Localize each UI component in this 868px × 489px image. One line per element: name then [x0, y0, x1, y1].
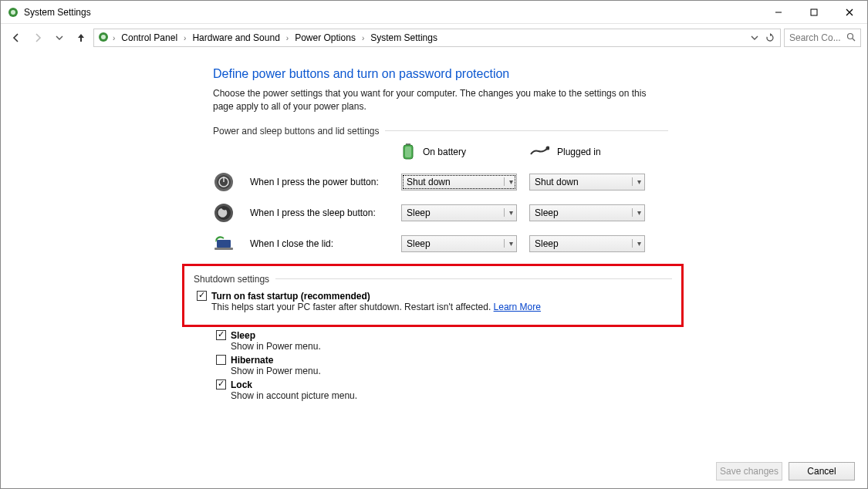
- lock-checkbox[interactable]: [216, 379, 226, 390]
- chevron-down-icon: ▾: [632, 177, 641, 186]
- svg-rect-20: [217, 240, 231, 248]
- power-button-plugged-select[interactable]: Shut down ▾: [529, 174, 645, 191]
- svg-rect-12: [405, 147, 411, 157]
- chevron-down-icon: ▾: [632, 208, 641, 217]
- lock-desc: Show in account picture menu.: [231, 390, 668, 401]
- address-bar[interactable]: › Control Panel › Hardware and Sound › P…: [93, 29, 781, 47]
- sleep-button-row: When I press the sleep button: Sleep ▾ S…: [213, 202, 668, 224]
- content-area: Define power buttons and turn on passwor…: [1, 52, 867, 454]
- svg-rect-3: [811, 9, 817, 15]
- back-button[interactable]: [7, 29, 25, 47]
- footer: Save changes Cancel: [1, 454, 867, 488]
- laptop-icon: [213, 233, 235, 255]
- search-input[interactable]: Search Co...: [784, 29, 861, 47]
- column-label-plugged: Plugged in: [557, 147, 601, 157]
- power-icon: [213, 171, 235, 193]
- power-button-row: When I press the power button: Shut down…: [213, 171, 668, 193]
- search-placeholder: Search Co...: [789, 32, 841, 43]
- search-icon: [846, 32, 856, 44]
- title-bar: System Settings: [1, 1, 867, 24]
- plug-icon: [529, 145, 549, 160]
- sleep-button-plugged-select[interactable]: Sleep ▾: [529, 204, 645, 221]
- chevron-down-icon: ▾: [632, 239, 641, 248]
- chevron-right-icon: ›: [111, 34, 117, 42]
- svg-line-9: [853, 39, 855, 41]
- fast-startup-desc: This helps start your PC faster after sh…: [211, 302, 491, 312]
- power-button-battery-select[interactable]: Shut down ▾: [401, 174, 517, 191]
- learn-more-link[interactable]: Learn More: [494, 302, 541, 312]
- row-label: When I close the lid:: [250, 238, 389, 249]
- window-title: System Settings: [24, 7, 91, 18]
- battery-icon: [401, 143, 415, 162]
- lid-battery-select[interactable]: Sleep ▾: [401, 235, 517, 252]
- nav-row: › Control Panel › Hardware and Sound › P…: [1, 24, 867, 52]
- fast-startup-item: Turn on fast startup (recommended) This …: [197, 291, 672, 312]
- fast-startup-checkbox[interactable]: [197, 291, 207, 301]
- page-title: Define power buttons and turn on passwor…: [213, 67, 668, 81]
- minimize-button[interactable]: [761, 1, 796, 23]
- svg-rect-21: [214, 248, 233, 250]
- lock-item: Lock Show in account picture menu.: [216, 379, 668, 401]
- highlight-annotation: Shutdown settings Turn on fast startup (…: [182, 264, 684, 327]
- row-label: When I press the power button:: [250, 177, 389, 187]
- forward-button[interactable]: [29, 29, 47, 47]
- history-dropdown-button[interactable]: [748, 29, 762, 46]
- close-button[interactable]: [832, 1, 867, 23]
- lock-label: Lock: [231, 379, 252, 390]
- fast-startup-label: Turn on fast startup (recommended): [211, 291, 370, 302]
- app-icon: [7, 6, 19, 19]
- sleep-desc: Show in Power menu.: [231, 341, 668, 352]
- column-label-battery: On battery: [423, 147, 466, 157]
- breadcrumb-item[interactable]: Hardware and Sound: [189, 31, 282, 45]
- chevron-right-icon: ›: [360, 34, 366, 42]
- group-shutdown-header: Shutdown settings: [194, 274, 672, 285]
- page-description: Choose the power settings that you want …: [213, 87, 668, 113]
- breadcrumb-item[interactable]: Control Panel: [118, 31, 181, 45]
- row-label: When I press the sleep button:: [250, 207, 389, 218]
- refresh-button[interactable]: [763, 29, 777, 46]
- chevron-down-icon: ▾: [504, 208, 513, 217]
- address-bar-icon: [97, 31, 110, 46]
- sleep-button-battery-select[interactable]: Sleep ▾: [401, 204, 517, 221]
- cancel-button[interactable]: Cancel: [789, 462, 855, 481]
- svg-point-7: [101, 35, 106, 39]
- recent-locations-button[interactable]: [50, 29, 69, 47]
- hibernate-item: Hibernate Show in Power menu.: [216, 355, 668, 376]
- sleep-label: Sleep: [231, 330, 255, 341]
- hibernate-label: Hibernate: [231, 355, 273, 366]
- breadcrumb-item[interactable]: Power Options: [292, 31, 359, 45]
- sleep-item: Sleep Show in Power menu.: [216, 330, 668, 352]
- breadcrumb-item[interactable]: System Settings: [367, 31, 441, 45]
- lid-row: When I close the lid: Sleep ▾ Sleep ▾: [213, 233, 668, 255]
- chevron-right-icon: ›: [285, 34, 290, 42]
- sleep-checkbox[interactable]: [216, 330, 226, 340]
- column-headers: On battery Plugged in: [213, 143, 668, 162]
- up-button[interactable]: [72, 29, 90, 47]
- chevron-down-icon: ▾: [504, 239, 513, 248]
- svg-point-1: [11, 10, 15, 15]
- group-label: Shutdown settings: [194, 274, 269, 285]
- chevron-down-icon: ▾: [504, 177, 513, 186]
- hibernate-desc: Show in Power menu.: [231, 366, 668, 376]
- sleep-icon: [213, 202, 235, 224]
- lid-plugged-select[interactable]: Sleep ▾: [529, 235, 645, 252]
- maximize-button[interactable]: [796, 1, 832, 23]
- hibernate-checkbox[interactable]: [216, 355, 226, 365]
- save-changes-button[interactable]: Save changes: [716, 462, 782, 481]
- window-controls: [761, 1, 867, 23]
- group-buttons-header: Power and sleep buttons and lid settings: [213, 126, 668, 137]
- group-label: Power and sleep buttons and lid settings: [213, 126, 379, 137]
- chevron-right-icon: ›: [182, 34, 187, 42]
- svg-point-8: [848, 33, 853, 39]
